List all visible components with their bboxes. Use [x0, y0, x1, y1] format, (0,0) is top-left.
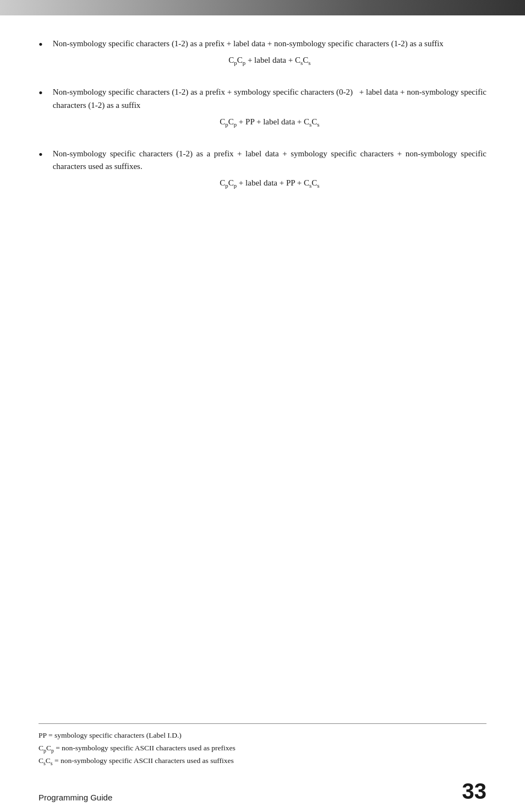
- page-container: • Non-symbology specific characters (1-2…: [0, 0, 525, 812]
- list-item: • Non-symbology specific characters (1-2…: [39, 86, 486, 131]
- bullet-dot: •: [39, 85, 43, 102]
- bullet-text-block: Non-symbology specific characters (1-2) …: [53, 86, 486, 131]
- footer-notes-area: PP = symbology specific characters (Labe…: [39, 723, 486, 768]
- content-area: • Non-symbology specific characters (1-2…: [0, 15, 525, 297]
- bullet-dot: •: [39, 36, 43, 53]
- list-item: • Non-symbology specific characters (1-2…: [39, 37, 486, 69]
- bullet-list: • Non-symbology specific characters (1-2…: [39, 37, 486, 192]
- bullet-text-3: Non-symbology specific characters (1-2) …: [53, 148, 486, 173]
- bullet-text-1: Non-symbology specific characters (1-2) …: [53, 37, 486, 50]
- footer-note-3: CsCs = non-symbology specific ASCII char…: [39, 755, 486, 768]
- page-label: Programming Guide: [39, 793, 112, 802]
- footer-note-2: CpCp = non-symbology specific ASCII char…: [39, 742, 486, 755]
- list-item: • Non-symbology specific characters (1-2…: [39, 148, 486, 193]
- bullet-text-2: Non-symbology specific characters (1-2) …: [53, 86, 486, 112]
- formula-1: CpCp + label data + CsCs: [53, 56, 486, 66]
- header-bar: [0, 0, 525, 15]
- bullet-text-block: Non-symbology specific characters (1-2) …: [53, 148, 486, 193]
- page-number: 33: [462, 780, 487, 802]
- bullet-dot: •: [39, 146, 43, 164]
- formula-2: CpCp + PP + label data + CsCs: [53, 117, 486, 128]
- formula-3: CpCp + label data + PP + CsCs: [53, 178, 486, 189]
- footer-note-1: PP = symbology specific characters (Labe…: [39, 729, 486, 742]
- bullet-text-block: Non-symbology specific characters (1-2) …: [53, 37, 486, 69]
- footer-bottom: Programming Guide 33: [0, 772, 525, 812]
